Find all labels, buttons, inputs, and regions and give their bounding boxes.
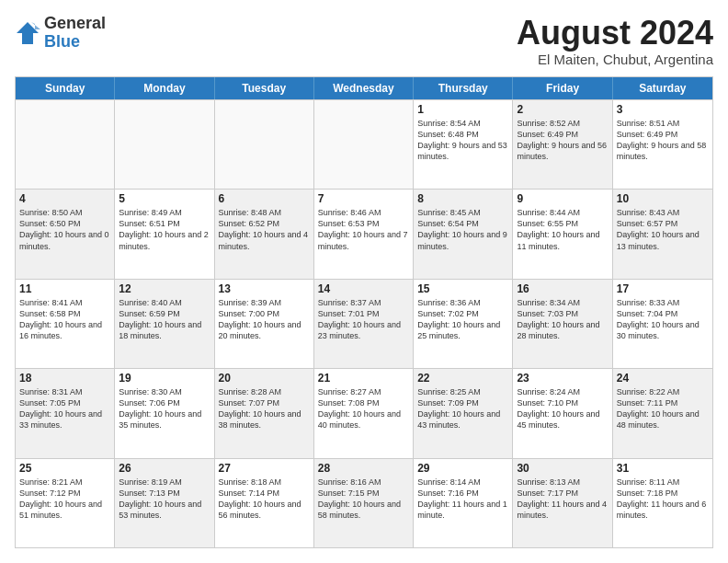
day-number: 7	[318, 192, 409, 205]
day-info: Sunrise: 8:44 AM Sunset: 6:55 PM Dayligh…	[517, 207, 608, 252]
logo-icon	[15, 20, 40, 46]
logo: General Blue	[15, 15, 106, 52]
day-number: 5	[119, 192, 210, 205]
cal-cell-5-2: 26Sunrise: 8:19 AM Sunset: 7:13 PM Dayli…	[115, 459, 214, 547]
header-tuesday: Tuesday	[215, 77, 314, 99]
cal-cell-3-4: 14Sunrise: 8:37 AM Sunset: 7:01 PM Dayli…	[314, 280, 414, 368]
day-number: 26	[119, 462, 210, 475]
day-info: Sunrise: 8:22 AM Sunset: 7:11 PM Dayligh…	[617, 386, 709, 431]
cal-cell-2-1: 4Sunrise: 8:50 AM Sunset: 6:50 PM Daylig…	[16, 190, 115, 278]
day-info: Sunrise: 8:19 AM Sunset: 7:13 PM Dayligh…	[119, 477, 210, 522]
calendar-body: 1Sunrise: 8:54 AM Sunset: 6:48 PM Daylig…	[16, 99, 712, 547]
logo-blue-text: Blue	[44, 33, 106, 52]
cal-cell-3-5: 15Sunrise: 8:36 AM Sunset: 7:02 PM Dayli…	[414, 280, 513, 368]
cal-cell-5-3: 27Sunrise: 8:18 AM Sunset: 7:14 PM Dayli…	[215, 459, 314, 547]
header-sunday: Sunday	[16, 77, 115, 99]
cal-cell-5-7: 31Sunrise: 8:11 AM Sunset: 7:18 PM Dayli…	[613, 459, 712, 547]
day-number: 18	[19, 372, 110, 385]
day-info: Sunrise: 8:43 AM Sunset: 6:57 PM Dayligh…	[617, 207, 709, 252]
day-number: 6	[219, 192, 310, 205]
day-info: Sunrise: 8:34 AM Sunset: 7:03 PM Dayligh…	[517, 297, 608, 342]
day-info: Sunrise: 8:52 AM Sunset: 6:49 PM Dayligh…	[517, 118, 608, 163]
cal-cell-4-5: 22Sunrise: 8:25 AM Sunset: 7:09 PM Dayli…	[414, 369, 513, 457]
cal-row-1: 1Sunrise: 8:54 AM Sunset: 6:48 PM Daylig…	[16, 99, 712, 189]
day-info: Sunrise: 8:33 AM Sunset: 7:04 PM Dayligh…	[617, 297, 709, 342]
header-thursday: Thursday	[414, 77, 513, 99]
day-number: 23	[517, 372, 608, 385]
day-number: 4	[19, 192, 110, 205]
cal-cell-5-6: 30Sunrise: 8:13 AM Sunset: 7:17 PM Dayli…	[513, 459, 612, 547]
cal-row-2: 4Sunrise: 8:50 AM Sunset: 6:50 PM Daylig…	[16, 189, 712, 278]
calendar-header: Sunday Monday Tuesday Wednesday Thursday…	[16, 77, 712, 99]
cal-cell-4-1: 18Sunrise: 8:31 AM Sunset: 7:05 PM Dayli…	[16, 369, 115, 457]
cal-cell-3-7: 17Sunrise: 8:33 AM Sunset: 7:04 PM Dayli…	[613, 280, 712, 368]
day-info: Sunrise: 8:51 AM Sunset: 6:49 PM Dayligh…	[617, 118, 709, 163]
cal-cell-1-7: 3Sunrise: 8:51 AM Sunset: 6:49 PM Daylig…	[613, 100, 712, 189]
cal-cell-4-6: 23Sunrise: 8:24 AM Sunset: 7:10 PM Dayli…	[513, 369, 612, 457]
calendar: Sunday Monday Tuesday Wednesday Thursday…	[15, 76, 713, 548]
header-friday: Friday	[513, 77, 612, 99]
title-location: El Maiten, Chubut, Argentina	[517, 52, 713, 67]
day-number: 30	[517, 462, 608, 475]
day-info: Sunrise: 8:18 AM Sunset: 7:14 PM Dayligh…	[219, 477, 310, 522]
cal-cell-1-1	[16, 100, 115, 189]
day-info: Sunrise: 8:36 AM Sunset: 7:02 PM Dayligh…	[417, 297, 508, 342]
day-number: 8	[417, 192, 508, 205]
cal-cell-1-4	[314, 100, 414, 189]
cal-cell-4-7: 24Sunrise: 8:22 AM Sunset: 7:11 PM Dayli…	[613, 369, 712, 457]
cal-cell-1-6: 2Sunrise: 8:52 AM Sunset: 6:49 PM Daylig…	[513, 100, 612, 189]
header-wednesday: Wednesday	[314, 77, 414, 99]
day-info: Sunrise: 8:40 AM Sunset: 6:59 PM Dayligh…	[119, 297, 210, 342]
title-block: August 2024 El Maiten, Chubut, Argentina	[517, 15, 713, 67]
day-info: Sunrise: 8:14 AM Sunset: 7:16 PM Dayligh…	[417, 477, 508, 522]
day-info: Sunrise: 8:25 AM Sunset: 7:09 PM Dayligh…	[417, 386, 508, 431]
day-info: Sunrise: 8:46 AM Sunset: 6:53 PM Dayligh…	[318, 207, 409, 252]
day-number: 28	[318, 462, 409, 475]
day-number: 9	[517, 192, 608, 205]
title-month: August 2024	[517, 15, 713, 52]
cal-row-5: 25Sunrise: 8:21 AM Sunset: 7:12 PM Dayli…	[16, 458, 712, 547]
cal-cell-1-5: 1Sunrise: 8:54 AM Sunset: 6:48 PM Daylig…	[414, 100, 513, 189]
cal-cell-4-2: 19Sunrise: 8:30 AM Sunset: 7:06 PM Dayli…	[115, 369, 214, 457]
header-saturday: Saturday	[613, 77, 712, 99]
cal-cell-1-3	[215, 100, 314, 189]
day-number: 25	[19, 462, 110, 475]
day-info: Sunrise: 8:28 AM Sunset: 7:07 PM Dayligh…	[219, 386, 310, 431]
day-info: Sunrise: 8:39 AM Sunset: 7:00 PM Dayligh…	[219, 297, 310, 342]
cal-cell-3-2: 12Sunrise: 8:40 AM Sunset: 6:59 PM Dayli…	[115, 280, 214, 368]
cal-cell-2-6: 9Sunrise: 8:44 AM Sunset: 6:55 PM Daylig…	[513, 190, 612, 278]
day-number: 2	[517, 103, 608, 116]
day-number: 12	[119, 282, 210, 295]
cal-row-3: 11Sunrise: 8:41 AM Sunset: 6:58 PM Dayli…	[16, 279, 712, 368]
cal-cell-5-5: 29Sunrise: 8:14 AM Sunset: 7:16 PM Dayli…	[414, 459, 513, 547]
cal-cell-4-3: 20Sunrise: 8:28 AM Sunset: 7:07 PM Dayli…	[215, 369, 314, 457]
cal-cell-2-5: 8Sunrise: 8:45 AM Sunset: 6:54 PM Daylig…	[414, 190, 513, 278]
day-number: 31	[617, 462, 709, 475]
day-number: 29	[417, 462, 508, 475]
day-info: Sunrise: 8:13 AM Sunset: 7:17 PM Dayligh…	[517, 477, 608, 522]
cal-cell-2-7: 10Sunrise: 8:43 AM Sunset: 6:57 PM Dayli…	[613, 190, 712, 278]
page: General Blue August 2024 El Maiten, Chub…	[0, 0, 728, 563]
day-info: Sunrise: 8:30 AM Sunset: 7:06 PM Dayligh…	[119, 386, 210, 431]
day-info: Sunrise: 8:37 AM Sunset: 7:01 PM Dayligh…	[318, 297, 409, 342]
logo-text: General Blue	[44, 15, 106, 52]
header-monday: Monday	[115, 77, 214, 99]
cal-cell-3-3: 13Sunrise: 8:39 AM Sunset: 7:00 PM Dayli…	[215, 280, 314, 368]
day-info: Sunrise: 8:16 AM Sunset: 7:15 PM Dayligh…	[318, 477, 409, 522]
day-info: Sunrise: 8:27 AM Sunset: 7:08 PM Dayligh…	[318, 386, 409, 431]
day-number: 10	[617, 192, 709, 205]
day-number: 22	[417, 372, 508, 385]
cal-row-4: 18Sunrise: 8:31 AM Sunset: 7:05 PM Dayli…	[16, 368, 712, 457]
cal-cell-1-2	[115, 100, 214, 189]
day-info: Sunrise: 8:11 AM Sunset: 7:18 PM Dayligh…	[617, 477, 709, 522]
day-info: Sunrise: 8:49 AM Sunset: 6:51 PM Dayligh…	[119, 207, 210, 252]
day-number: 3	[617, 103, 709, 116]
cal-cell-5-4: 28Sunrise: 8:16 AM Sunset: 7:15 PM Dayli…	[314, 459, 414, 547]
cal-cell-3-1: 11Sunrise: 8:41 AM Sunset: 6:58 PM Dayli…	[16, 280, 115, 368]
cal-cell-2-2: 5Sunrise: 8:49 AM Sunset: 6:51 PM Daylig…	[115, 190, 214, 278]
day-number: 20	[219, 372, 310, 385]
day-info: Sunrise: 8:41 AM Sunset: 6:58 PM Dayligh…	[19, 297, 110, 342]
day-number: 21	[318, 372, 409, 385]
cal-cell-2-3: 6Sunrise: 8:48 AM Sunset: 6:52 PM Daylig…	[215, 190, 314, 278]
day-number: 13	[219, 282, 310, 295]
